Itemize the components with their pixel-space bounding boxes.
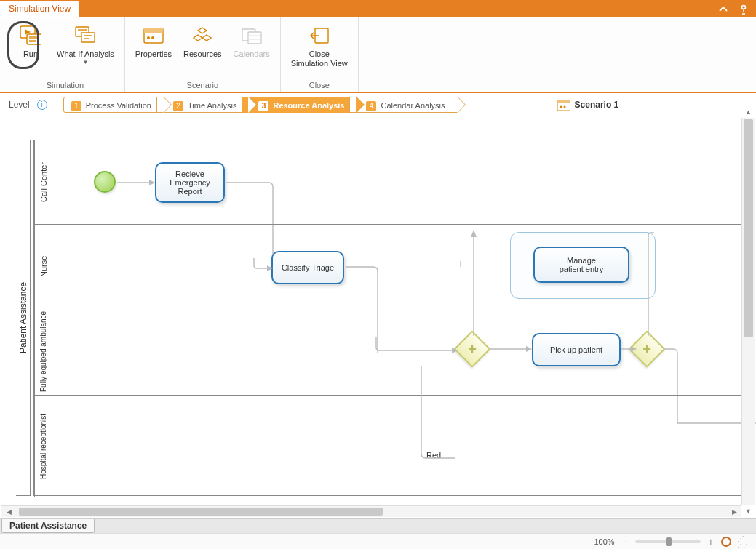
svg-rect-20 [557, 100, 570, 103]
help-icon[interactable] [739, 4, 749, 15]
tab-simulation-view[interactable]: Simulation View [0, 1, 79, 17]
properties-label: Properties [135, 48, 172, 59]
info-icon[interactable]: i [37, 100, 47, 110]
step-label: Time Analysis [188, 101, 236, 110]
level-stepbar: Level i 1Process Validation2Time Analysi… [0, 93, 756, 116]
gateway-join[interactable] [629, 331, 666, 368]
vertical-scrollbar[interactable]: ▲ ▼ [741, 118, 755, 505]
run-icon [20, 23, 41, 48]
close-view-button[interactable]: Close Simulation View [285, 20, 354, 79]
close-view-label: Close Simulation View [291, 48, 348, 68]
scroll-thumb[interactable] [744, 119, 753, 337]
task-receive-report[interactable]: Recieve Emergency Report [155, 162, 225, 203]
lane-nurse: Nurse Classify Triage Manage patient ent… [34, 224, 746, 308]
lane-label: Nurse [34, 225, 52, 308]
step-process-validation[interactable]: 1Process Validation [63, 97, 164, 113]
svg-point-13 [151, 36, 154, 39]
whatif-button[interactable]: What-If Analysis ▼ [51, 20, 120, 79]
lane-label: Fully equiped ambulance [34, 308, 52, 395]
scroll-left-icon[interactable]: ◀ [3, 506, 15, 517]
svg-rect-3 [29, 36, 39, 39]
resize-grip-icon[interactable]: ⋰⋰⋰ [737, 536, 749, 548]
level-label: Level [9, 100, 30, 110]
step-resource-analysis[interactable]: 3Resource Analysis [242, 97, 357, 113]
pool-label: Patient Assistance [16, 140, 31, 496]
svg-point-22 [563, 105, 565, 108]
zoom-slider[interactable] [635, 540, 701, 543]
ribbon-group-label: Close [309, 79, 330, 92]
close-view-icon [309, 23, 330, 48]
zoom-fit-icon[interactable] [721, 537, 731, 547]
scenario-name: Scenario 1 [575, 100, 619, 110]
lane-ambulance: Fully equiped ambulance Pick up patient [34, 308, 746, 395]
whatif-label: What-If Analysis [57, 48, 114, 59]
step-calendar-analysis[interactable]: 4Calendar Analysis [349, 97, 457, 113]
svg-point-12 [147, 36, 150, 39]
svg-rect-8 [84, 35, 92, 36]
zoom-level: 100% [594, 537, 614, 546]
properties-icon [143, 23, 164, 48]
resources-label: Resources [183, 48, 222, 59]
step-label: Resource Analysis [273, 101, 344, 110]
svg-rect-2 [27, 34, 41, 44]
svg-rect-15 [248, 32, 261, 44]
gateway-split[interactable] [454, 331, 491, 368]
calendars-label: Calendars [234, 48, 270, 59]
lane-receptionist: Hospital receptionist Red [34, 395, 746, 497]
svg-point-0 [742, 6, 746, 9]
task-classify-triage[interactable]: Classify Triage [271, 251, 344, 284]
svg-rect-11 [144, 28, 163, 33]
ribbon-group-close: Close Simulation View Close [281, 17, 359, 92]
scroll-down-icon[interactable]: ▼ [742, 505, 755, 517]
svg-rect-6 [81, 33, 95, 42]
start-event[interactable] [94, 171, 116, 193]
steps: 1Process Validation2Time Analysis3Resour… [63, 97, 458, 113]
calendars-button: Calendars [228, 20, 276, 79]
lane-label: Call Center [34, 140, 52, 224]
lane-call-center: Call Center Recieve Emergency Report [34, 140, 746, 224]
calendars-icon [241, 23, 263, 48]
step-number: 4 [366, 101, 376, 111]
diagram-canvas-wrap: Patient Assistance Call Center Recieve E… [0, 118, 756, 517]
zoom-knob[interactable] [666, 537, 672, 546]
svg-rect-9 [84, 38, 89, 39]
scroll-right-icon[interactable]: ▶ [728, 506, 740, 517]
window-tabbar: Simulation View [0, 1, 756, 17]
svg-marker-28 [526, 346, 532, 352]
run-label: Run [23, 48, 38, 59]
svg-rect-4 [29, 40, 36, 42]
ribbon-group-label: Scenario [187, 79, 218, 92]
pool: Call Center Recieve Emergency Report Nur… [33, 140, 747, 496]
properties-button[interactable]: Properties [130, 20, 178, 79]
svg-point-21 [560, 105, 562, 108]
diagram-tab-patient-assistance[interactable]: Patient Assistance [1, 519, 95, 533]
ribbon-group-simulation: Run What-If Analysis ▼ Simulation [6, 17, 125, 92]
diagram-tabs: Patient Assistance [0, 518, 756, 533]
collapse-ribbon-icon[interactable] [718, 4, 728, 15]
svg-marker-24 [149, 180, 155, 185]
step-number: 2 [173, 101, 183, 111]
statusbar: 100% − + ⋰⋰⋰ [0, 533, 756, 549]
diagram-canvas[interactable]: Patient Assistance Call Center Recieve E… [7, 125, 740, 510]
lane-label: Hospital receptionist [34, 396, 52, 497]
horizontal-scrollbar[interactable]: ◀ ▶ [1, 505, 741, 517]
svg-rect-7 [78, 29, 87, 31]
scenario-icon [557, 100, 569, 109]
annotation-red: Red [426, 451, 441, 460]
task-pick-up[interactable]: Pick up patient [532, 333, 621, 366]
resources-button[interactable]: Resources [178, 20, 228, 79]
step-label: Process Validation [86, 101, 151, 110]
zoom-in-button[interactable]: + [707, 536, 715, 548]
zoom-out-button[interactable]: − [621, 536, 629, 548]
scroll-thumb[interactable] [19, 508, 383, 516]
task-manage-entry[interactable]: Manage patient entry [533, 247, 629, 283]
step-number: 1 [71, 101, 81, 111]
whatif-icon [73, 23, 97, 48]
step-label: Calendar Analysis [381, 101, 445, 110]
ribbon: Run What-If Analysis ▼ Simulation [0, 17, 756, 93]
dropdown-caret-icon: ▼ [82, 59, 88, 65]
ribbon-group-label: Simulation [47, 79, 84, 92]
scenario-selector[interactable]: Scenario 1 [543, 100, 619, 110]
run-button[interactable]: Run [10, 20, 51, 79]
scroll-up-icon[interactable]: ▲ [742, 106, 755, 118]
